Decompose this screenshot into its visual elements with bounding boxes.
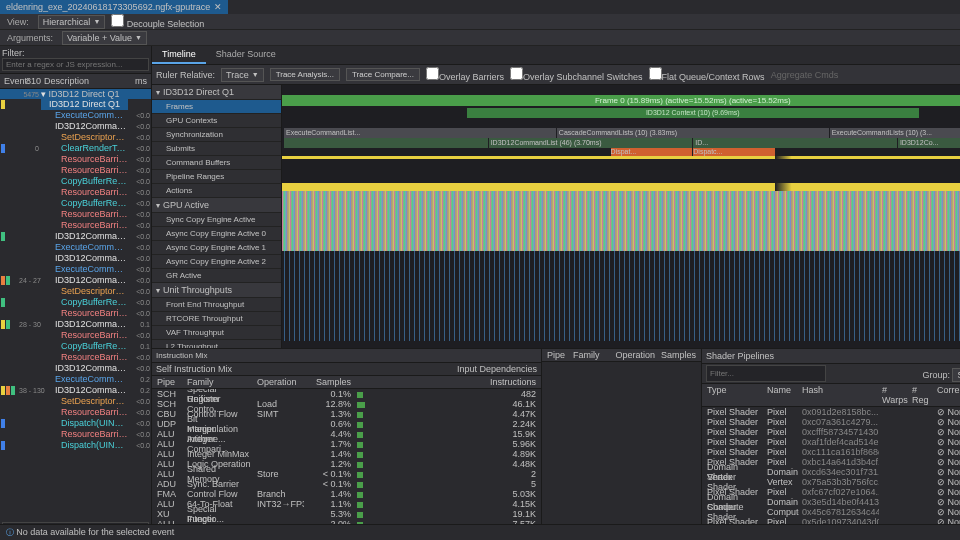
- input-deps-panel: PipeFamilyOperationSamples: [542, 349, 702, 538]
- cmd-bar[interactable]: ExecuteCommandList...: [284, 128, 556, 138]
- tl-unit[interactable]: ▾ Unit Throughputs: [152, 283, 281, 298]
- tl-frames[interactable]: Frames: [152, 100, 281, 114]
- file-tab[interactable]: eldenring_exe_20240618173305692.ngfx-gpu…: [0, 0, 228, 14]
- instr-row[interactable]: SCHUniform Contro...Load12.8%46.1K: [152, 399, 541, 409]
- args-label: Arguments:: [4, 32, 56, 44]
- tree-row[interactable]: ExecuteCommandList(ID3...<0.0: [0, 264, 151, 275]
- instr-row[interactable]: ALUInteger Compari...1.7%5.96K: [152, 439, 541, 449]
- tl-submits[interactable]: Submits: [152, 142, 281, 156]
- flat-checkbox[interactable]: Flat Queue/Context Rows: [649, 67, 765, 82]
- tl-pipe[interactable]: Pipeline Ranges: [152, 170, 281, 184]
- tree-row[interactable]: ResourceBarrier(UINT N...<0.0: [0, 165, 151, 176]
- shader-filter[interactable]: [706, 365, 826, 382]
- tree-row[interactable]: ResourceBarrier(UINT N...<0.0: [0, 154, 151, 165]
- tree-row[interactable]: ExecuteCommandList(ID3...<0.0: [0, 110, 151, 121]
- cmd-bar[interactable]: ID3D12Co...: [898, 138, 960, 148]
- tl-gr[interactable]: GR Active: [152, 269, 281, 283]
- tl-sync-copy[interactable]: Sync Copy Engine Active: [152, 213, 281, 227]
- group-dropdown[interactable]: Shader Object▾: [952, 368, 960, 382]
- tree-row[interactable]: ResourceBarrier(UINT N...<0.0: [0, 220, 151, 231]
- tree-row[interactable]: CopyBufferRegion(ID3D...<0.0: [0, 176, 151, 187]
- event-tree-panel: Filter: Event:810Descriptionms 5475▾ ID3…: [0, 46, 152, 538]
- instruction-mix-panel: Instruction Mix Self Instruction MixInpu…: [152, 349, 542, 538]
- tl-async0[interactable]: Async Copy Engine Active 0: [152, 227, 281, 241]
- shader-pipelines-panel: Shader PipelinesID3D12Device ▾ Total Sam…: [702, 349, 960, 538]
- tl-actions[interactable]: Actions: [152, 184, 281, 198]
- tree-row[interactable]: ID3D12CommandList (1)<0.0: [0, 231, 151, 242]
- instr-row[interactable]: ALUInteger MinMax1.4%4.89K: [152, 449, 541, 459]
- trace-analysis-button[interactable]: Trace Analysis...: [270, 68, 340, 81]
- tree-row[interactable]: ExecuteCommandList(ID3...<0.0: [0, 242, 151, 253]
- tl-fe[interactable]: Front End Throughput: [152, 298, 281, 312]
- tl-async2[interactable]: Async Copy Engine Active 2: [152, 255, 281, 269]
- tree-row[interactable]: CopyBufferRegion(ID3D...<0.0: [0, 297, 151, 308]
- ruler-dropdown[interactable]: Trace▼: [221, 68, 264, 82]
- cmd-bar[interactable]: [284, 138, 488, 148]
- tree-row[interactable]: 38 - 130ID3D12CommandList (6)0.2: [0, 385, 151, 396]
- tl-cmdbuf[interactable]: Command Buffers: [152, 156, 281, 170]
- tl-gpu-active[interactable]: ▾ GPU Active: [152, 198, 281, 213]
- tree-row[interactable]: ID3D12CommandList (2)<0.0: [0, 253, 151, 264]
- main-toolbar: View: Hierarchical▼ Decouple Selection: [0, 14, 960, 30]
- cmd-bar[interactable]: ID3D12CommandList (46) (3.70ms): [489, 138, 693, 148]
- tree-row[interactable]: Dispatch(UINT ThreadG...<0.0: [0, 440, 151, 451]
- tree-row[interactable]: CopyBufferRegion(ID3D...0.1: [0, 341, 151, 352]
- trace-compare-button[interactable]: Trace Compare...: [346, 68, 420, 81]
- args-dropdown[interactable]: Variable + Value▼: [62, 31, 147, 45]
- instr-mix-title: Instruction Mix: [152, 349, 541, 363]
- instr-row[interactable]: FMAControl FlowBranch1.4%5.03K: [152, 489, 541, 499]
- tree-row[interactable]: ResourceBarrier(UINT N...<0.0: [0, 407, 151, 418]
- decouple-checkbox[interactable]: Decouple Selection: [111, 14, 204, 29]
- tree-row[interactable]: 28 - 30ID3D12CommandList (4)0.1: [0, 319, 151, 330]
- tl-async1[interactable]: Async Copy Engine Active 1: [152, 241, 281, 255]
- shader-row[interactable]: Compute ShaderCompute0x45c67812634c44...…: [702, 507, 960, 517]
- tree-row[interactable]: ResourceBarrier(UINT N...<0.0: [0, 429, 151, 440]
- tree-row[interactable]: SetDescriptorHeaps(000...<0.0: [0, 396, 151, 407]
- tl-sync[interactable]: Synchronization: [152, 128, 281, 142]
- tree-row[interactable]: ID3D12 Direct Q1: [0, 99, 151, 110]
- shader-row[interactable]: Pixel ShaderPixel0xc111ca161bf868d...⊘ N…: [702, 447, 960, 457]
- shader-row[interactable]: Pixel ShaderPixel0xcfff58734571430...⊘ N…: [702, 427, 960, 437]
- tree-row[interactable]: ResourceBarrier(UINT N...<0.0: [0, 209, 151, 220]
- tree-row[interactable]: SetDescriptorHeaps(000...<0.0: [0, 286, 151, 297]
- tree-row[interactable]: ResourceBarrier(UINT N...<0.0: [0, 330, 151, 341]
- cmd-bar[interactable]: ExecuteCommandLists (10) (3...: [830, 128, 960, 138]
- tree-row[interactable]: ResourceBarrier(UINT N...<0.0: [0, 187, 151, 198]
- shader-row[interactable]: Pixel ShaderPixel0x091d2e8158bc...⊘ None…: [702, 407, 960, 417]
- instr-row[interactable]: ALUShared MemoryStore< 0.1%2: [152, 469, 541, 479]
- tree-row[interactable]: ResourceBarrier(UINT N...<0.0: [0, 308, 151, 319]
- instr-row[interactable]: ADUSync. Barrier< 0.1%5: [152, 479, 541, 489]
- context-bar[interactable]: ID3D12 Context (10) (9.69ms): [467, 108, 919, 118]
- tree-row[interactable]: SetDescriptorHeaps(000...<0.0: [0, 132, 151, 143]
- cmd-bar[interactable]: CascadeCommandLists (10) (3.83ms): [557, 128, 829, 138]
- shader-row[interactable]: Vertex ShaderVertex0x75a53b3b756fcc...⊘ …: [702, 477, 960, 487]
- tab-shader[interactable]: Shader Source: [206, 46, 286, 64]
- overlay-barriers-checkbox[interactable]: Overlay Barriers: [426, 67, 504, 82]
- tree-row[interactable]: 0ClearRenderTargetView(...<0.0: [0, 143, 151, 154]
- tree-row[interactable]: ResourceBarrier(UINT N...<0.0: [0, 352, 151, 363]
- tab-timeline[interactable]: Timeline: [152, 46, 206, 64]
- shader-row[interactable]: Pixel ShaderPixel0xc07a361c4279...⊘ None…: [702, 417, 960, 427]
- timeline-canvas[interactable]: Frame 0 (15.89ms) (active=15.52ms) (acti…: [282, 85, 960, 348]
- tree-row[interactable]: 24 - 27ID3D12CommandList (3)<0.0: [0, 275, 151, 286]
- tree-row[interactable]: Dispatch(UINT ThreadG...<0.0: [0, 418, 151, 429]
- chevron-down-icon: ▼: [93, 18, 100, 25]
- filter-label: Filter:: [2, 48, 25, 58]
- ruler-label: Ruler Relative:: [156, 70, 215, 80]
- overlay-sub-checkbox[interactable]: Overlay Subchannel Switches: [510, 67, 643, 82]
- frame-bar[interactable]: Frame 0 (15.89ms) (active=15.52ms) (acti…: [282, 95, 960, 106]
- tree-row[interactable]: ID3D12CommandList (0)<0.0: [0, 121, 151, 132]
- tree-row[interactable]: CopyBufferRegion(ID3D...<0.0: [0, 198, 151, 209]
- cmd-bar[interactable]: ID...: [693, 138, 897, 148]
- tl-gpu-ctx[interactable]: GPU Contexts: [152, 114, 281, 128]
- tl-rtcore[interactable]: RTCORE Throughput: [152, 312, 281, 326]
- tree-root[interactable]: 5475▾ ID3D12 Direct Q1: [0, 89, 151, 99]
- filter-input[interactable]: [2, 58, 149, 71]
- tl-d3d[interactable]: ▾ ID3D12 Direct Q1: [152, 85, 281, 100]
- shader-row[interactable]: Pixel ShaderPixel0xaf1fdef4cad514e...⊘ N…: [702, 437, 960, 447]
- close-icon[interactable]: ✕: [214, 2, 222, 12]
- tree-row[interactable]: ID3D12CommandList (5)<0.0: [0, 363, 151, 374]
- view-dropdown[interactable]: Hierarchical▼: [38, 15, 105, 29]
- tl-vaf[interactable]: VAF Throughput: [152, 326, 281, 340]
- tree-row[interactable]: ExecuteCommandList(ID3...0.2: [0, 374, 151, 385]
